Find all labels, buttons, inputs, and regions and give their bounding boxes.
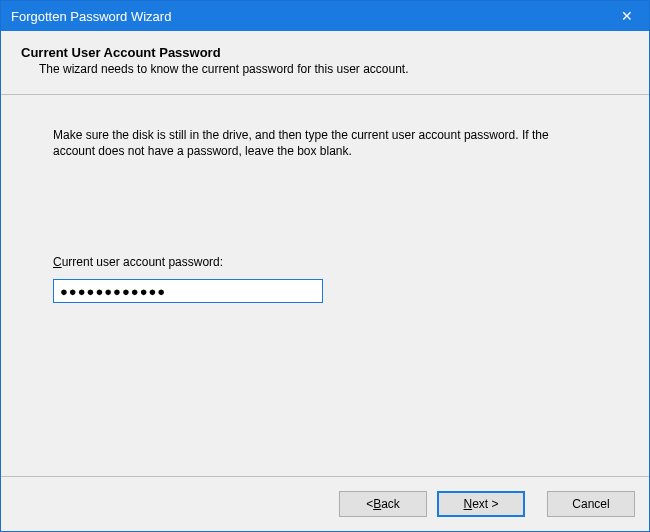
cancel-button[interactable]: Cancel xyxy=(547,491,635,517)
page-subtitle: The wizard needs to know the current pas… xyxy=(21,62,629,76)
wizard-content: Make sure the disk is still in the drive… xyxy=(1,95,649,477)
next-button[interactable]: Next > xyxy=(437,491,525,517)
instructions-text: Make sure the disk is still in the drive… xyxy=(53,127,553,159)
wizard-header: Current User Account Password The wizard… xyxy=(1,31,649,95)
page-title: Current User Account Password xyxy=(21,45,629,60)
button-bar: < Back Next > Cancel xyxy=(1,477,649,531)
password-input[interactable] xyxy=(53,279,323,303)
titlebar: Forgotten Password Wizard ✕ xyxy=(1,1,649,31)
password-label: Current user account password: xyxy=(53,255,597,269)
back-button[interactable]: < Back xyxy=(339,491,427,517)
close-icon[interactable]: ✕ xyxy=(604,1,649,31)
window-title: Forgotten Password Wizard xyxy=(11,9,604,24)
wizard-window: Forgotten Password Wizard ✕ Current User… xyxy=(0,0,650,532)
